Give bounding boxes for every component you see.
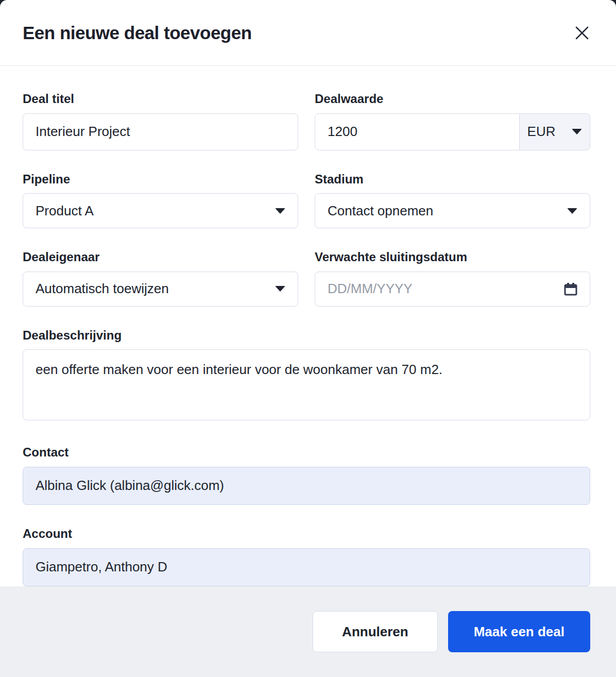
form-row-1: Deal titel Dealwaarde EUR — [23, 92, 590, 150]
create-deal-button[interactable]: Maak een deal — [448, 611, 590, 652]
pipeline-value: Product A — [36, 203, 94, 219]
currency-select[interactable]: EUR — [520, 113, 590, 150]
account-value: Giampetro, Anthony D — [36, 559, 167, 575]
deal-owner-field: Dealeigenaar Automatisch toewijzen — [23, 250, 298, 307]
account-readonly-input: Giampetro, Anthony D — [23, 548, 590, 586]
pipeline-field: Pipeline Product A — [23, 172, 298, 229]
modal-title: Een nieuwe deal toevoegen — [23, 23, 252, 43]
contact-field: Contact Albina Glick (albina@glick.com) — [23, 445, 590, 505]
calendar-icon — [564, 282, 577, 296]
modal-body: Deal titel Dealwaarde EUR Pipeline Produ… — [0, 66, 616, 586]
pipeline-label: Pipeline — [23, 172, 298, 187]
deal-title-label: Deal titel — [23, 92, 298, 106]
deal-value-group: EUR — [315, 113, 590, 150]
deal-owner-value: Automatisch toewijzen — [36, 281, 169, 297]
deal-description-label: Dealbeschrijving — [23, 328, 590, 343]
chevron-down-icon — [572, 129, 582, 134]
deal-title-field: Deal titel — [23, 92, 298, 150]
stage-select[interactable]: Contact opnemen — [315, 193, 590, 228]
deal-description-textarea[interactable]: een offerte maken voor een interieur voo… — [23, 349, 590, 420]
x-icon — [573, 24, 591, 42]
deal-owner-label: Dealeigenaar — [23, 250, 298, 264]
chevron-down-icon — [275, 286, 285, 292]
form-row-3: Dealeigenaar Automatisch toewijzen Verwa… — [23, 250, 590, 307]
account-label: Account — [23, 527, 590, 541]
stage-label: Stadium — [315, 172, 590, 187]
form-row-2: Pipeline Product A Stadium Contact opnem… — [23, 172, 590, 229]
deal-description-field: Dealbeschrijving een offerte maken voor … — [23, 328, 590, 421]
stage-field: Stadium Contact opnemen — [315, 172, 590, 229]
deal-value-field: Dealwaarde EUR — [315, 92, 590, 150]
close-button[interactable] — [572, 23, 592, 43]
pipeline-select[interactable]: Product A — [23, 193, 298, 228]
deal-value-input[interactable] — [315, 113, 520, 150]
stage-value: Contact opnemen — [328, 203, 433, 219]
contact-label: Contact — [23, 445, 590, 460]
contact-readonly-input: Albina Glick (albina@glick.com) — [23, 467, 590, 505]
chevron-down-icon — [275, 208, 285, 214]
deal-title-input[interactable] — [23, 113, 298, 150]
account-field: Account Giampetro, Anthony D — [23, 527, 590, 586]
close-date-placeholder: DD/MM/YYYY — [328, 281, 413, 297]
close-date-field: Verwachte sluitingsdatum DD/MM/YYYY — [315, 250, 590, 307]
cancel-button[interactable]: Annuleren — [313, 611, 438, 652]
close-date-label: Verwachte sluitingsdatum — [315, 250, 590, 264]
close-date-input[interactable]: DD/MM/YYYY — [315, 272, 590, 307]
currency-value: EUR — [527, 124, 556, 140]
modal-header: Een nieuwe deal toevoegen — [0, 0, 616, 66]
deal-owner-select[interactable]: Automatisch toewijzen — [23, 272, 298, 307]
modal-footer: Annuleren Maak een deal — [0, 586, 616, 677]
add-deal-modal: Een nieuwe deal toevoegen Deal titel Dea… — [0, 0, 616, 677]
chevron-down-icon — [567, 208, 577, 214]
deal-value-label: Dealwaarde — [315, 92, 590, 106]
contact-value: Albina Glick (albina@glick.com) — [36, 478, 224, 494]
